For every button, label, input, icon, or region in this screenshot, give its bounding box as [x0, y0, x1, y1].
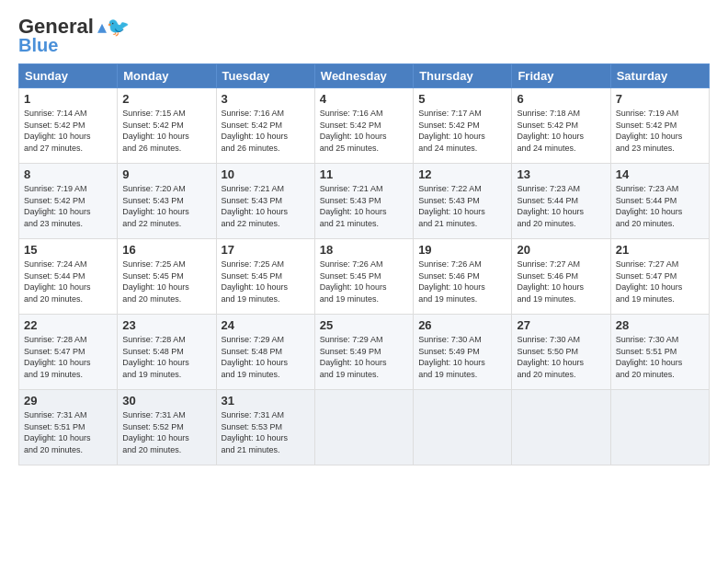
day-info: Sunrise: 7:23 AM Sunset: 5:44 PM Dayligh… — [616, 183, 704, 229]
day-info: Sunrise: 7:20 AM Sunset: 5:43 PM Dayligh… — [122, 183, 210, 229]
day-info: Sunrise: 7:27 AM Sunset: 5:47 PM Dayligh… — [616, 259, 704, 304]
calendar-cell: 10Sunrise: 7:21 AM Sunset: 5:43 PM Dayli… — [216, 164, 314, 239]
calendar-cell: 18Sunrise: 7:26 AM Sunset: 5:45 PM Dayli… — [314, 239, 413, 315]
day-info: Sunrise: 7:15 AM Sunset: 5:42 PM Dayligh… — [122, 108, 210, 154]
day-number: 18 — [320, 243, 408, 257]
day-number: 24 — [222, 318, 310, 332]
calendar-cell: 17Sunrise: 7:25 AM Sunset: 5:45 PM Dayli… — [216, 239, 314, 315]
day-info: Sunrise: 7:30 AM Sunset: 5:51 PM Dayligh… — [616, 334, 704, 380]
header-cell-wednesday: Wednesday — [314, 64, 413, 88]
calendar-cell: 28Sunrise: 7:30 AM Sunset: 5:51 PM Dayli… — [610, 315, 709, 390]
day-number: 7 — [616, 92, 704, 106]
day-info: Sunrise: 7:21 AM Sunset: 5:43 PM Dayligh… — [222, 183, 310, 229]
calendar-table: SundayMondayTuesdayWednesdayThursdayFrid… — [18, 63, 710, 465]
day-info: Sunrise: 7:24 AM Sunset: 5:44 PM Dayligh… — [24, 259, 112, 304]
day-number: 27 — [517, 318, 605, 332]
day-number: 21 — [616, 243, 704, 257]
day-number: 23 — [122, 318, 210, 332]
main-container: General ▴🐦 Blue SundayMondayTuesdayWedne… — [0, 0, 728, 475]
day-number: 6 — [517, 92, 605, 106]
day-number: 29 — [24, 394, 112, 408]
day-info: Sunrise: 7:17 AM Sunset: 5:42 PM Dayligh… — [418, 108, 506, 154]
calendar-cell: 20Sunrise: 7:27 AM Sunset: 5:46 PM Dayli… — [512, 239, 610, 315]
day-number: 1 — [24, 92, 112, 106]
day-number: 5 — [418, 92, 506, 106]
calendar-cell: 1Sunrise: 7:14 AM Sunset: 5:42 PM Daylig… — [19, 88, 118, 164]
day-info: Sunrise: 7:14 AM Sunset: 5:42 PM Dayligh… — [24, 108, 112, 154]
day-info: Sunrise: 7:23 AM Sunset: 5:44 PM Dayligh… — [517, 183, 605, 229]
calendar-cell: 12Sunrise: 7:22 AM Sunset: 5:43 PM Dayli… — [414, 164, 512, 239]
logo: General ▴🐦 Blue — [18, 15, 130, 56]
calendar-cell: 3Sunrise: 7:16 AM Sunset: 5:42 PM Daylig… — [216, 88, 314, 164]
day-number: 28 — [616, 318, 704, 332]
calendar-cell: 31Sunrise: 7:31 AM Sunset: 5:53 PM Dayli… — [216, 390, 314, 465]
header: General ▴🐦 Blue — [18, 15, 710, 56]
day-number: 3 — [222, 92, 310, 106]
day-info: Sunrise: 7:28 AM Sunset: 5:47 PM Dayligh… — [24, 334, 112, 380]
day-number: 30 — [122, 394, 210, 408]
week-row-5: 29Sunrise: 7:31 AM Sunset: 5:51 PM Dayli… — [19, 390, 710, 465]
calendar-cell: 27Sunrise: 7:30 AM Sunset: 5:50 PM Dayli… — [512, 315, 610, 390]
day-info: Sunrise: 7:18 AM Sunset: 5:42 PM Dayligh… — [517, 108, 605, 154]
calendar-cell — [414, 390, 512, 465]
day-info: Sunrise: 7:26 AM Sunset: 5:45 PM Dayligh… — [320, 259, 408, 304]
day-info: Sunrise: 7:29 AM Sunset: 5:49 PM Dayligh… — [320, 334, 408, 380]
calendar-cell: 13Sunrise: 7:23 AM Sunset: 5:44 PM Dayli… — [512, 164, 610, 239]
day-number: 4 — [320, 92, 408, 106]
calendar-cell: 29Sunrise: 7:31 AM Sunset: 5:51 PM Dayli… — [19, 390, 118, 465]
day-number: 8 — [24, 167, 112, 181]
calendar-cell — [512, 390, 610, 465]
day-number: 22 — [24, 318, 112, 332]
header-cell-friday: Friday — [512, 64, 610, 88]
day-number: 14 — [616, 167, 704, 181]
calendar-cell: 16Sunrise: 7:25 AM Sunset: 5:45 PM Dayli… — [118, 239, 216, 315]
week-row-3: 15Sunrise: 7:24 AM Sunset: 5:44 PM Dayli… — [19, 239, 710, 315]
header-row: SundayMondayTuesdayWednesdayThursdayFrid… — [19, 64, 710, 88]
day-info: Sunrise: 7:28 AM Sunset: 5:48 PM Dayligh… — [122, 334, 210, 380]
day-info: Sunrise: 7:19 AM Sunset: 5:42 PM Dayligh… — [616, 108, 704, 154]
calendar-cell: 7Sunrise: 7:19 AM Sunset: 5:42 PM Daylig… — [610, 88, 709, 164]
day-info: Sunrise: 7:26 AM Sunset: 5:46 PM Dayligh… — [418, 259, 506, 304]
day-number: 17 — [222, 243, 310, 257]
day-number: 2 — [122, 92, 210, 106]
calendar-cell: 8Sunrise: 7:19 AM Sunset: 5:42 PM Daylig… — [19, 164, 118, 239]
day-number: 12 — [418, 167, 506, 181]
header-cell-saturday: Saturday — [610, 64, 709, 88]
day-info: Sunrise: 7:31 AM Sunset: 5:52 PM Dayligh… — [122, 409, 210, 455]
day-number: 31 — [222, 394, 310, 408]
calendar-cell: 11Sunrise: 7:21 AM Sunset: 5:43 PM Dayli… — [314, 164, 413, 239]
day-info: Sunrise: 7:16 AM Sunset: 5:42 PM Dayligh… — [320, 108, 408, 154]
day-info: Sunrise: 7:25 AM Sunset: 5:45 PM Dayligh… — [122, 259, 210, 304]
day-info: Sunrise: 7:21 AM Sunset: 5:43 PM Dayligh… — [320, 183, 408, 229]
calendar-cell — [610, 390, 709, 465]
calendar-cell: 30Sunrise: 7:31 AM Sunset: 5:52 PM Dayli… — [118, 390, 216, 465]
calendar-cell: 23Sunrise: 7:28 AM Sunset: 5:48 PM Dayli… — [118, 315, 216, 390]
day-number: 9 — [122, 167, 210, 181]
day-number: 11 — [320, 167, 408, 181]
header-cell-tuesday: Tuesday — [216, 64, 314, 88]
day-number: 10 — [222, 167, 310, 181]
day-info: Sunrise: 7:25 AM Sunset: 5:45 PM Dayligh… — [222, 259, 310, 304]
header-cell-monday: Monday — [118, 64, 216, 88]
day-info: Sunrise: 7:30 AM Sunset: 5:49 PM Dayligh… — [418, 334, 506, 380]
calendar-cell: 25Sunrise: 7:29 AM Sunset: 5:49 PM Dayli… — [314, 315, 413, 390]
week-row-1: 1Sunrise: 7:14 AM Sunset: 5:42 PM Daylig… — [19, 88, 710, 164]
day-info: Sunrise: 7:31 AM Sunset: 5:53 PM Dayligh… — [222, 409, 310, 455]
logo-blue: Blue — [18, 35, 58, 56]
header-cell-sunday: Sunday — [19, 64, 118, 88]
calendar-cell: 6Sunrise: 7:18 AM Sunset: 5:42 PM Daylig… — [512, 88, 610, 164]
day-info: Sunrise: 7:19 AM Sunset: 5:42 PM Dayligh… — [24, 183, 112, 229]
calendar-cell: 21Sunrise: 7:27 AM Sunset: 5:47 PM Dayli… — [610, 239, 709, 315]
day-number: 20 — [517, 243, 605, 257]
day-number: 25 — [320, 318, 408, 332]
day-info: Sunrise: 7:31 AM Sunset: 5:51 PM Dayligh… — [24, 409, 112, 455]
calendar-cell: 15Sunrise: 7:24 AM Sunset: 5:44 PM Dayli… — [19, 239, 118, 315]
day-info: Sunrise: 7:30 AM Sunset: 5:50 PM Dayligh… — [517, 334, 605, 380]
calendar-cell: 22Sunrise: 7:28 AM Sunset: 5:47 PM Dayli… — [19, 315, 118, 390]
calendar-cell: 26Sunrise: 7:30 AM Sunset: 5:49 PM Dayli… — [414, 315, 512, 390]
logo-bird-icon: ▴🐦 — [97, 16, 130, 38]
calendar-cell: 2Sunrise: 7:15 AM Sunset: 5:42 PM Daylig… — [118, 88, 216, 164]
day-info: Sunrise: 7:22 AM Sunset: 5:43 PM Dayligh… — [418, 183, 506, 229]
day-number: 19 — [418, 243, 506, 257]
day-info: Sunrise: 7:29 AM Sunset: 5:48 PM Dayligh… — [222, 334, 310, 380]
